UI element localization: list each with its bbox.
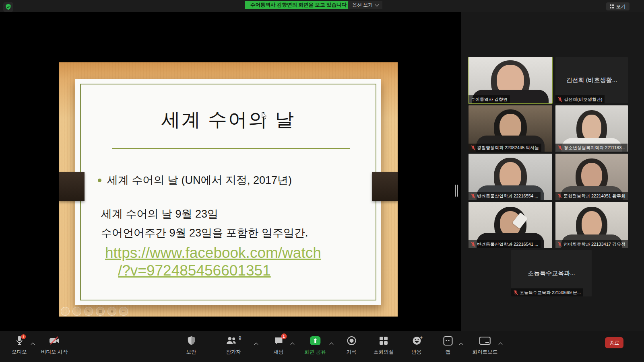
chat-button[interactable]: 1 채팅: [274, 335, 284, 356]
participant-tile[interactable]: 문헌정보학과 22214051 황주희: [555, 154, 628, 200]
whiteboard-options-chevron[interactable]: [499, 343, 503, 347]
prev-slide-icon: ‹: [61, 307, 70, 316]
end-meeting-button[interactable]: 종료: [605, 337, 623, 348]
chat-label: 채팅: [274, 349, 284, 356]
start-video-button[interactable]: 비디오 시작: [41, 335, 68, 356]
whiteboard-label: 화이트보드: [473, 349, 498, 356]
share-options-chevron[interactable]: [330, 343, 334, 347]
breakout-rooms-icon: [380, 337, 388, 345]
view-options-label: 옵션 보기: [352, 1, 373, 9]
start-video-label: 비디오 시작: [41, 349, 68, 356]
presenter-controls: ‹ › ✎ ▦ ⊕ ⋯: [61, 307, 128, 316]
shield-icon: [187, 336, 196, 346]
participant-tile[interactable]: 청소년상담복지학과 2211183...: [555, 105, 628, 152]
view-button[interactable]: 보기: [606, 2, 630, 10]
share-screen-icon: [310, 336, 320, 345]
participants-label: 참가자: [226, 349, 241, 356]
participant-name-text: 수어통역사 김향연: [471, 97, 508, 103]
mouse-cursor: [262, 112, 268, 120]
participant-tile[interactable]: 김선희 (비호생활... 김선희(비호생활관): [555, 57, 628, 103]
audio-options-chevron[interactable]: [31, 343, 35, 347]
security-button[interactable]: 보안: [186, 335, 196, 356]
participants-icon: [226, 336, 237, 346]
top-bar: 수어통역사 김향연의 화면을 보고 있습니다 옵션 보기 보기: [0, 0, 644, 12]
pen-icon: ✎: [84, 307, 93, 316]
apps-label: 앱: [446, 349, 451, 356]
mic-muted-icon: [558, 242, 562, 247]
participant-name-text: 초등특수교육과 22130669 문...: [520, 290, 581, 296]
slide-bullet-text: 세계 수어의 날 (UN에서 지정, 2017년): [107, 173, 292, 187]
share-screen-button[interactable]: 화면 공유: [304, 335, 326, 356]
participant-name-label: 언어치료학과 22133417 김유정: [555, 240, 628, 248]
audio-button[interactable]: ! 오디오: [12, 335, 27, 356]
person-face: [581, 163, 602, 189]
mic-muted-icon: [471, 145, 475, 150]
participant-tile[interactable]: 초등특수교육과... 초등특수교육과 22130669 문...: [511, 250, 592, 296]
apps-icon: [444, 336, 453, 346]
participants-options-chevron[interactable]: [254, 343, 258, 347]
slide-paper: 세계 수어의 날 세계 수어의 날 (UN에서 지정, 2017년) 세계 수어…: [75, 79, 381, 305]
mic-muted-icon: [558, 97, 562, 102]
breakout-rooms-button[interactable]: 소회의실: [374, 335, 394, 356]
participant-tile[interactable]: 언어치료학과 22133417 김유정: [555, 202, 628, 248]
mic-muted-icon: [558, 193, 562, 199]
participant-tile[interactable]: 반려동물산업학과 22216554 ...: [469, 154, 552, 200]
reactions-label: 반응: [412, 349, 422, 356]
participant-name-label: 반려동물산업학과 22216541 ...: [469, 240, 541, 248]
whiteboard-button[interactable]: 화이트보드: [473, 335, 498, 356]
slide-bullet-row: 세계 수어의 날 (UN에서 지정, 2017년): [98, 173, 292, 187]
record-icon: [347, 336, 356, 345]
participant-tile[interactable]: 반려동물산업학과 22216541 ...: [469, 202, 552, 248]
security-shield-check-icon: [5, 4, 12, 10]
slide-link-line-1: https://www.facebook.com/watch: [105, 245, 321, 261]
participant-tile-active-speaker[interactable]: 수어통역사 김향연: [469, 57, 552, 103]
zoom-icon: ⊕: [107, 307, 116, 316]
participant-name-label: 김선희(비호생활관): [555, 95, 605, 103]
camera-off-icon: [48, 336, 60, 346]
participant-name-text: 경찰행정학과 22082445 박하늘: [477, 145, 539, 151]
participant-name-label: 반려동물산업학과 22216554 ...: [469, 192, 541, 200]
chat-options-chevron[interactable]: [291, 343, 295, 347]
bullet-icon: [98, 179, 101, 182]
participants-count: 9: [239, 335, 242, 341]
participant-name-label: 경찰행정학과 22082445 박하늘: [469, 144, 541, 152]
participants-panel: 수어통역사 김향연 김선희 (비호생활... 김선희(비호생활관): [461, 12, 644, 331]
share-screen-label: 화면 공유: [304, 349, 326, 356]
grid-view-icon: [610, 4, 614, 8]
panel-resize-handle[interactable]: [454, 183, 458, 198]
participant-name-label: 수어통역사 김향연: [469, 95, 510, 103]
participant-name-text: 반려동물산업학과 22216541 ...: [477, 241, 538, 247]
mic-muted-icon: [471, 242, 475, 247]
participant-name-label: 청소년상담복지학과 2211183...: [555, 144, 627, 152]
participant-name-label: 문헌정보학과 22214051 황주희: [555, 192, 628, 200]
audio-label: 오디오: [12, 349, 27, 356]
view-button-label: 보기: [616, 3, 626, 10]
record-label: 기록: [347, 349, 357, 356]
person-face: [582, 115, 601, 141]
slide-date-line-1: 세계 수어의 날 9월 23일: [101, 207, 218, 221]
slide-date-line-2: 수어언어주간 9월 23일을 포함한 일주일간.: [101, 226, 308, 240]
record-button[interactable]: 기록: [347, 335, 357, 356]
participant-name-label: 초등특수교육과 22130669 문...: [511, 288, 583, 296]
reactions-icon: +: [413, 337, 421, 345]
apps-button[interactable]: 앱: [444, 335, 453, 356]
slide-left-clip: [59, 172, 85, 201]
participant-name-text: 반려동물산업학과 22216554 ...: [477, 193, 538, 199]
encryption-badge[interactable]: [3, 2, 13, 12]
slide-grid-icon: ▦: [96, 307, 105, 316]
slide-title: 세계 수어의 날: [75, 107, 381, 132]
participant-name-text: 문헌정보학과 22214051 황주희: [564, 193, 625, 199]
slide-background: 세계 수어의 날 세계 수어의 날 (UN에서 지정, 2017년) 세계 수어…: [59, 62, 398, 317]
breakout-rooms-label: 소회의실: [374, 349, 394, 356]
next-slide-icon: ›: [72, 307, 81, 316]
participant-name-text: 언어치료학과 22133417 김유정: [564, 241, 625, 247]
slide-link-line-2: /?v=972485456601351: [118, 262, 271, 279]
participants-button[interactable]: 9 참가자: [226, 335, 242, 356]
reactions-button[interactable]: + 반응: [412, 335, 422, 356]
security-label: 보안: [186, 349, 196, 356]
chevron-down-icon: [375, 2, 379, 6]
participant-tile[interactable]: 경찰행정학과 22082445 박하늘: [469, 105, 552, 152]
view-options-button[interactable]: 옵션 보기: [348, 1, 382, 9]
shared-screen-area: 세계 수어의 날 세계 수어의 날 (UN에서 지정, 2017년) 세계 수어…: [0, 12, 461, 331]
apps-options-chevron[interactable]: [459, 343, 463, 347]
